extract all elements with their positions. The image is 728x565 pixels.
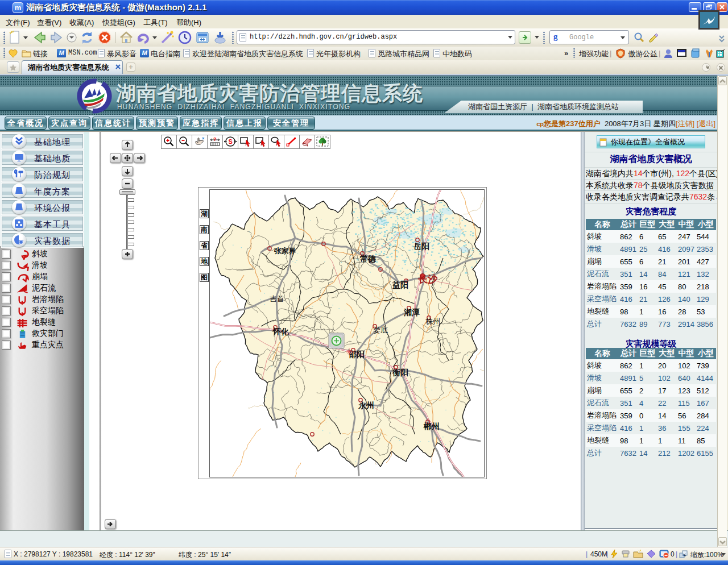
svg-text:S: S: [229, 138, 233, 145]
svg-text:株州: 株州: [425, 317, 440, 326]
svg-text:衡阳: 衡阳: [392, 368, 408, 377]
svg-text:常德: 常德: [359, 254, 376, 263]
svg-text:湘潭: 湘潭: [403, 308, 420, 317]
svg-text:益阳: 益阳: [392, 280, 408, 289]
svg-text:邵阳: 邵阳: [348, 350, 365, 359]
svg-text:长沙: 长沙: [417, 274, 438, 285]
svg-text:郴州: 郴州: [423, 422, 440, 431]
svg-text:张家界: 张家界: [274, 247, 296, 255]
svg-text:娄底: 娄底: [373, 326, 388, 334]
svg-text:吉首: 吉首: [270, 294, 284, 303]
svg-text:?: ?: [213, 136, 217, 142]
svg-text:永州: 永州: [358, 401, 374, 410]
svg-text:怀化: 怀化: [272, 327, 289, 336]
svg-text:岳阳: 岳阳: [413, 242, 429, 251]
